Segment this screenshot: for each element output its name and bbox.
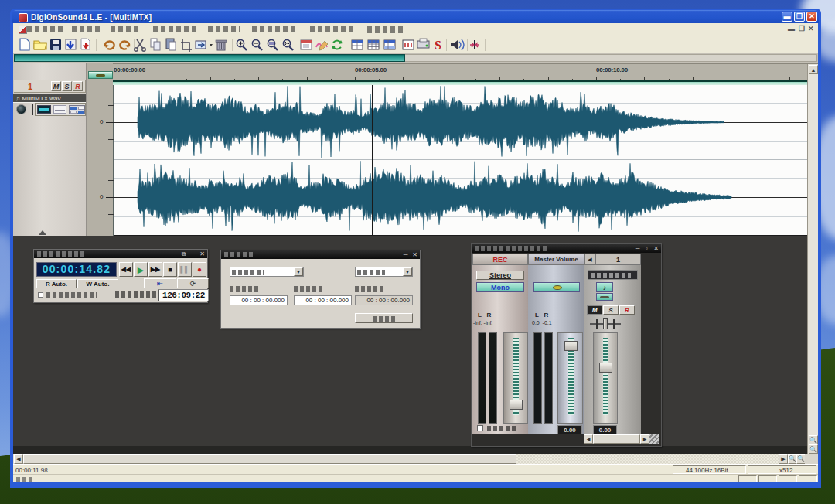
svg-text:S: S (435, 39, 441, 52)
